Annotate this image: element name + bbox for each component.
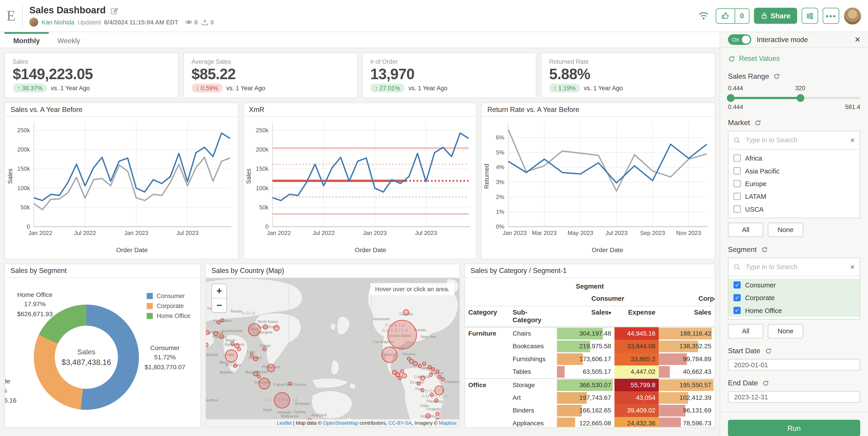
more-options-button[interactable]: ●●●	[823, 8, 839, 24]
map-sales-circle[interactable]	[438, 375, 441, 379]
market-none-button[interactable]: None	[768, 223, 803, 237]
xmr-chart[interactable]: 050k100k150k200k250kJan 2022Jul 2022Jan …	[243, 117, 476, 259]
app-logo[interactable]: E	[0, 7, 22, 24]
sales-by-segment-donut[interactable]: Sales$3,487,438.16Home Office17.97%$626,…	[5, 278, 200, 427]
checkbox[interactable]: ✓	[734, 282, 741, 289]
wifi-status-icon[interactable]	[698, 11, 709, 21]
table-row[interactable]: Binders166,162.6539,409.0296,131.69	[465, 404, 715, 417]
map-sales-circle[interactable]	[267, 364, 275, 372]
table-row[interactable]: Office SuppliesStorage366,530.0755,799.8…	[465, 378, 715, 392]
refresh-icon[interactable]	[761, 246, 768, 253]
legend-item-corporate[interactable]: Corporate	[147, 302, 190, 309]
map-sales-circle[interactable]	[274, 325, 279, 331]
attribution-link[interactable]: OpenStreetMap	[323, 420, 358, 426]
settings-sliders-button[interactable]	[802, 8, 818, 24]
table-row[interactable]: Tables63,505.174,447.0240,662.43	[465, 366, 715, 378]
clear-search-icon[interactable]: ×	[850, 263, 855, 271]
legend-item-consumer[interactable]: Consumer	[147, 292, 190, 299]
checkbox[interactable]: ✓	[734, 307, 741, 314]
option-asia-pacific[interactable]: Asia Pacific	[728, 165, 860, 177]
map-sales-circle[interactable]	[259, 378, 270, 389]
map-sales-circle[interactable]	[388, 320, 416, 349]
map-sales-circle[interactable]	[418, 364, 422, 368]
map-sales-circle[interactable]	[248, 324, 260, 336]
close-sidebar-icon[interactable]: ×	[855, 35, 860, 45]
option-home-office[interactable]: ✓Home Office	[728, 304, 860, 317]
col-category[interactable]: Category	[465, 309, 509, 324]
table-row[interactable]: Appliances122,665.0824,432.3678,596.73	[465, 417, 715, 427]
map-sales-circle[interactable]	[441, 377, 445, 381]
map-sales-circle[interactable]	[430, 393, 434, 397]
attribution-link[interactable]: Mapbox	[439, 420, 457, 426]
map-sales-circle[interactable]	[398, 376, 402, 380]
like-button-group[interactable]: 0	[716, 8, 749, 24]
map-sales-circle[interactable]	[219, 334, 224, 339]
author-link[interactable]: Kan Nishida	[41, 19, 74, 25]
market-search-input[interactable]	[745, 136, 846, 145]
run-button[interactable]: Run	[728, 420, 860, 436]
table-row[interactable]: Art197,743.6743,054102,412.39	[465, 391, 715, 404]
map-sales-circle[interactable]	[435, 399, 438, 402]
map-sales-circle[interactable]	[436, 412, 439, 415]
checkbox[interactable]: ✓	[734, 294, 741, 301]
refresh-icon[interactable]	[763, 380, 769, 386]
map-sales-circle[interactable]	[263, 348, 266, 351]
sales-map[interactable]: ASIAAUSTRALIANORTHAMERICASOUTHAMERICARus…	[206, 278, 460, 427]
map-sales-circle[interactable]	[253, 371, 258, 376]
interactive-mode-toggle[interactable]: On	[728, 34, 751, 45]
map-sales-circle[interactable]	[206, 330, 209, 335]
map-sales-circle[interactable]	[231, 342, 234, 345]
map-sales-circle[interactable]	[234, 364, 237, 368]
segment-all-button[interactable]: All	[728, 324, 763, 339]
map-sales-circle[interactable]	[253, 356, 258, 361]
map-sales-circle[interactable]	[426, 414, 430, 418]
map-sales-circle[interactable]	[413, 361, 418, 366]
map-sales-circle[interactable]	[264, 325, 268, 329]
legend-item-home-office[interactable]: Home Office	[147, 312, 190, 319]
checkbox[interactable]	[734, 193, 741, 200]
map-sales-circle[interactable]	[225, 350, 237, 362]
map-sales-circle[interactable]	[250, 353, 253, 356]
market-all-button[interactable]: All	[728, 223, 763, 237]
map-sales-circle[interactable]	[274, 393, 289, 408]
checkbox[interactable]	[734, 155, 741, 162]
option-latam[interactable]: LATAM	[728, 190, 860, 203]
map-sales-circle[interactable]	[382, 347, 397, 362]
slider-handle-max[interactable]	[797, 94, 804, 102]
sales-range-slider[interactable]: 0.444 320 0.444 581.4	[728, 85, 860, 110]
refresh-icon[interactable]	[765, 348, 771, 354]
like-count[interactable]: 0	[735, 8, 749, 23]
attribution-link[interactable]: CC-BY-SA	[388, 420, 412, 426]
map-sales-circle[interactable]	[403, 310, 409, 316]
table-row[interactable]: FurnitureChairs304,197.4844,945.16188,11…	[465, 327, 715, 340]
map-sales-circle[interactable]	[214, 331, 218, 336]
option-consumer[interactable]: ✓Consumer	[728, 279, 860, 291]
author-avatar[interactable]	[29, 18, 38, 26]
col-expense[interactable]: Expense	[614, 309, 659, 324]
map-sales-circle[interactable]	[237, 348, 241, 351]
map-sales-circle[interactable]	[217, 321, 220, 324]
map-zoom-out-button[interactable]: −	[212, 298, 226, 313]
checkbox[interactable]	[734, 167, 741, 175]
start-date-input[interactable]: 2020-01-01	[728, 359, 860, 371]
option-europe[interactable]: Europe	[728, 177, 860, 190]
table-row[interactable]: Furnishings173,606.1733,885.299,784.89	[465, 353, 715, 366]
table-row[interactable]: Bookcases219,975.5833,844.08138,352.25	[465, 340, 715, 353]
refresh-icon[interactable]	[754, 119, 761, 126]
slider-handle-min[interactable]	[727, 94, 735, 102]
sales-vs-year-chart[interactable]: 050k100k150k200k250kJan 2022Jul 2022Jan …	[5, 117, 238, 259]
checkbox[interactable]	[734, 206, 741, 213]
refresh-icon[interactable]	[774, 73, 780, 80]
map-sales-circle[interactable]	[435, 386, 443, 395]
segment-search-input[interactable]	[745, 263, 846, 271]
map-sales-circle[interactable]	[221, 319, 224, 322]
attribution-link[interactable]: Leaflet	[277, 420, 292, 426]
checkbox[interactable]	[734, 180, 741, 187]
map-sales-circle[interactable]	[431, 368, 435, 371]
thumbs-up-icon[interactable]	[716, 8, 735, 23]
col-subcategory[interactable]: Sub-Category	[509, 309, 557, 324]
map-sales-circle[interactable]	[402, 374, 407, 378]
map-sales-circle[interactable]	[257, 375, 260, 378]
map-sales-circle[interactable]	[429, 373, 433, 377]
map-sales-circle[interactable]	[421, 376, 425, 380]
